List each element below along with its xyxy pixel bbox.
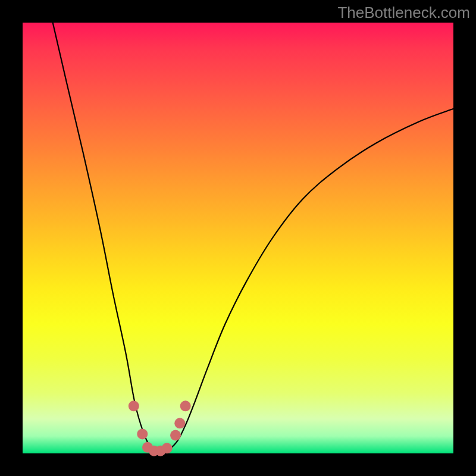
chart-frame: TheBottleneck.com xyxy=(0,0,476,476)
marker-group xyxy=(129,400,191,456)
marker-dot xyxy=(174,418,185,428)
marker-dot xyxy=(129,400,139,411)
marker-dot xyxy=(137,428,148,439)
marker-dot xyxy=(180,400,191,411)
bottleneck-curve xyxy=(53,23,453,452)
marker-dot xyxy=(162,443,173,453)
marker-dot xyxy=(170,430,181,441)
watermark-text: TheBottleneck.com xyxy=(337,4,470,22)
chart-svg xyxy=(23,23,453,453)
